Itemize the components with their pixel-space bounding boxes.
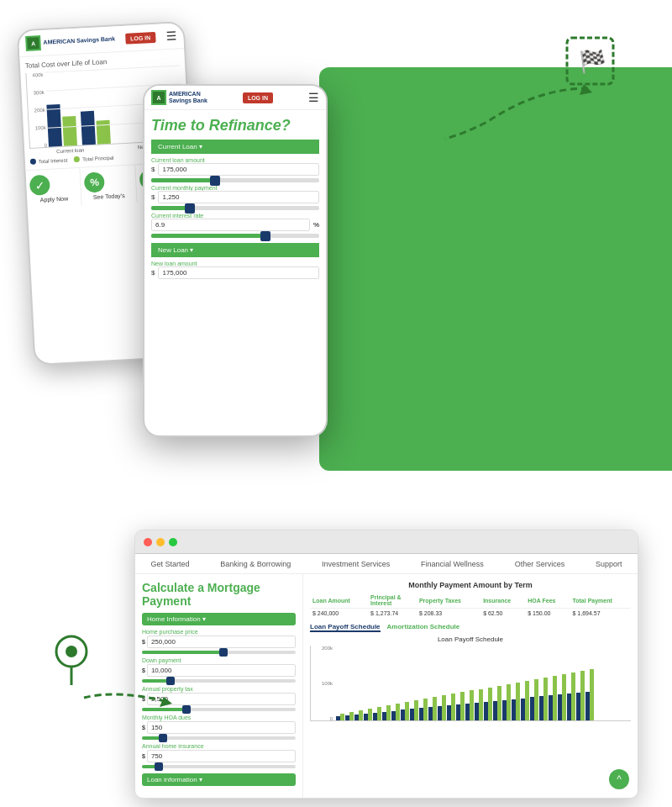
y-label-0-bar: 0 (311, 716, 333, 721)
bar-principal (359, 710, 363, 720)
asb-logo-text-back: AMERICAN Savings Bank (43, 36, 115, 46)
nav-financial[interactable]: Financial Wellness (414, 560, 491, 568)
tab-loan-payoff[interactable]: Loan Payoff Schedule (310, 623, 381, 632)
login-button-back[interactable]: LOG IN (125, 31, 156, 44)
phone-front-header: A AMERICANSavings Bank LOG IN ☰ (144, 86, 326, 110)
bar-pair (364, 709, 372, 720)
cell-insurance: $ 62.50 (480, 609, 525, 619)
scroll-up-button[interactable]: ^ (609, 769, 629, 789)
legend-dot-principal (74, 156, 80, 162)
browser-dot-green[interactable] (169, 538, 177, 546)
col-total: Total Payment (570, 593, 632, 609)
current-payment-input[interactable]: 1,250 (158, 191, 319, 203)
current-amount-input[interactable]: 175,000 (158, 163, 319, 176)
browser-dot-red[interactable] (144, 538, 152, 546)
col-loan-amount: Loan Amount (310, 593, 368, 609)
bar-principal (580, 671, 585, 720)
tax-thumb[interactable] (182, 705, 191, 714)
home-price-slider[interactable] (142, 651, 296, 654)
bar-chart-bars (336, 646, 631, 720)
bar-pair (354, 710, 363, 720)
amount-input-row: $ 175,000 (151, 163, 319, 176)
hoa-slider[interactable] (142, 736, 296, 740)
new-loan-header[interactable]: New Loan ▾ (151, 243, 319, 257)
cell-loan-amount: $ 240,000 (310, 609, 368, 619)
payment-slider[interactable] (151, 206, 319, 210)
action-apply-now[interactable]: ✓ Apply Now (25, 168, 82, 208)
dollar-sign-payment: $ (151, 193, 155, 201)
rate-slider-thumb[interactable] (260, 231, 270, 241)
right-chart-title: Monthly Payment Amount by Term (310, 581, 631, 589)
nav-banking[interactable]: Banking & Borrowing (213, 560, 297, 568)
bar-principal (451, 694, 455, 720)
bar-principal (349, 712, 354, 720)
nav-support[interactable]: Support (589, 560, 629, 568)
nav-get-started[interactable]: Get Started (144, 560, 196, 568)
new-amount-label: New loan amount (151, 261, 319, 266)
cell-hoa: $ 150.00 (525, 609, 570, 619)
nav-other[interactable]: Other Services (508, 560, 572, 568)
bar-principal (368, 709, 372, 720)
schedule-tabs: Loan Payoff Schedule Amortization Schedu… (310, 623, 631, 632)
hamburger-menu-front[interactable]: ☰ (308, 91, 319, 104)
current-loan-header[interactable]: Current Loan ▾ (151, 140, 319, 154)
bar-current-loan (46, 103, 77, 147)
rate-input-row: 6.9 % (151, 219, 319, 231)
home-price-label: Home purchase price (142, 629, 296, 635)
amount-slider[interactable] (151, 178, 319, 182)
bar-principal (516, 683, 520, 720)
hoa-thumb[interactable] (159, 734, 167, 742)
percent-icon: % (84, 171, 105, 193)
amount-label: Current loan amount (151, 157, 319, 163)
table-row: $ 240,000 $ 1,273.74 $ 208.33 $ 62.50 $ … (310, 609, 631, 619)
down-payment-slider[interactable] (142, 679, 296, 683)
home-price-thumb[interactable] (219, 648, 228, 657)
bar-pair (484, 688, 492, 720)
home-info-section[interactable]: Home Information ▾ (142, 613, 296, 625)
col-principal: Principal &Interest (368, 593, 417, 609)
loan-info-section[interactable]: Loan information ▾ (142, 773, 296, 786)
bar-pair (512, 683, 520, 720)
rate-slider[interactable] (151, 234, 319, 238)
bar-principal (525, 681, 529, 720)
insurance-value[interactable]: 750 (147, 750, 296, 762)
amount-slider-thumb[interactable] (210, 176, 220, 186)
bar-pair (456, 692, 465, 720)
tab-amortization[interactable]: Amortization Schedule (387, 623, 460, 632)
login-button-front[interactable]: LOG IN (243, 92, 273, 103)
home-price-value[interactable]: 250,000 (147, 636, 296, 648)
bar-new-loan (81, 110, 111, 145)
asb-logo-front: A AMERICANSavings Bank (151, 90, 207, 105)
bar-principal (497, 686, 501, 720)
dollar-hoa: $ (142, 725, 145, 731)
dollar-ins: $ (142, 753, 145, 759)
y-label-100k: 100k (29, 125, 46, 131)
insurance-label: Annual home insurance (142, 743, 296, 749)
y-label-200k-bar: 200k (311, 646, 333, 651)
action-see-todays[interactable]: % See Today's (81, 165, 138, 205)
bar-principal (507, 684, 511, 720)
hamburger-menu-back[interactable]: ☰ (165, 29, 177, 44)
location-pin-icon (46, 630, 97, 689)
new-amount-input[interactable]: 175,000 (158, 266, 319, 279)
payment-slider-thumb[interactable] (185, 203, 195, 214)
bar-principal (377, 707, 381, 720)
insurance-slider[interactable] (142, 765, 296, 768)
payment-label: Current monthly payment (151, 185, 319, 191)
dashed-arrow (437, 80, 605, 147)
down-payment-value[interactable]: 10,000 (147, 664, 296, 677)
nav-investment[interactable]: Investment Services (315, 560, 396, 568)
down-payment-thumb[interactable] (166, 677, 175, 685)
bar-pair (530, 679, 538, 720)
bar-pair (447, 694, 455, 720)
payment-table: Loan Amount Principal &Interest Property… (310, 593, 631, 618)
current-loan-label: Current Loan ▾ (158, 143, 202, 150)
dollar-sign-amount: $ (151, 166, 155, 173)
insurance-thumb[interactable] (155, 762, 163, 771)
hoa-value[interactable]: 150 (147, 721, 296, 734)
current-rate-input[interactable]: 6.9 (151, 219, 310, 231)
bar-pair (576, 671, 585, 720)
browser-dot-yellow[interactable] (156, 538, 165, 546)
refinance-title: Time to Refinance? (151, 117, 319, 134)
bar-principal (470, 690, 474, 720)
